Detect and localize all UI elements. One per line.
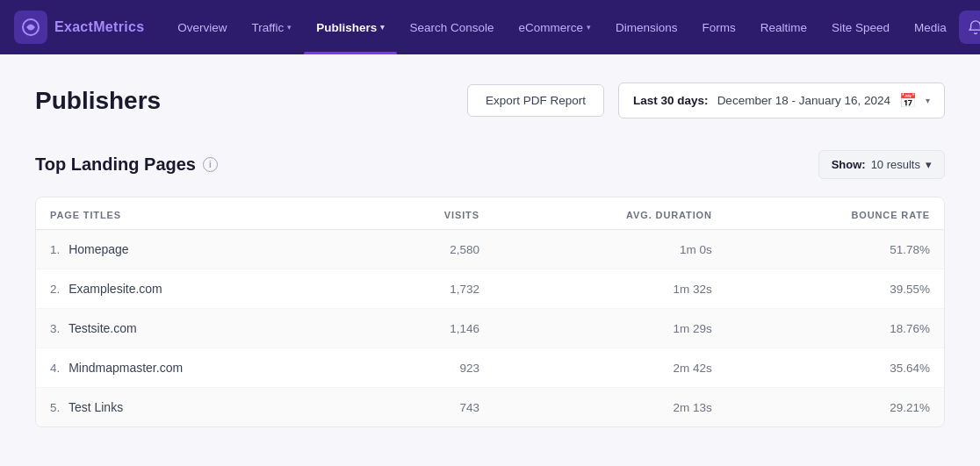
notification-bell[interactable]: 5 [959, 11, 980, 44]
cell-visits: 743 [364, 388, 494, 427]
row-number: 3. [50, 322, 65, 335]
cell-avg-duration: 1m 32s [494, 269, 726, 309]
col-page-titles: Page Titles [36, 197, 364, 230]
page-title-cell: Testsite.com [68, 321, 137, 335]
cell-bounce-rate: 29.21% [726, 388, 944, 427]
main-content: Publishers Export PDF Report Last 30 day… [0, 54, 980, 445]
export-pdf-button[interactable]: Export PDF Report [467, 84, 604, 117]
table-row: 3. Testsite.com 1,146 1m 29s 18.76% [36, 309, 944, 348]
table-row: 4. Mindmapmaster.com 923 2m 42s 35.64% [36, 348, 944, 388]
nav-item-search-console[interactable]: Search Console [397, 0, 506, 54]
date-range-button[interactable]: Last 30 days: December 18 - January 16, … [618, 82, 945, 118]
chevron-down-icon: ▾ [926, 158, 932, 171]
date-label: Last 30 days: [633, 94, 709, 107]
logo-text: ExactMetrics [54, 19, 144, 35]
chevron-icon: ▾ [380, 23, 385, 32]
nav-item-dimensions[interactable]: Dimensions [603, 0, 690, 54]
navbar: ExactMetrics Overview Traffic▾ Publisher… [0, 0, 980, 54]
cell-avg-duration: 2m 42s [494, 348, 726, 388]
cell-visits: 1,146 [364, 309, 494, 348]
nav-item-realtime[interactable]: Realtime [748, 0, 819, 54]
page-header: Publishers Export PDF Report Last 30 day… [35, 82, 945, 118]
page-title-cell: Mindmapmaster.com [68, 361, 183, 375]
page-title-cell: Test Links [68, 400, 123, 414]
nav-item-forms[interactable]: Forms [690, 0, 748, 54]
col-visits: Visits [364, 197, 494, 230]
nav-item-publishers[interactable]: Publishers▾ [304, 0, 397, 54]
chevron-down-icon: ▾ [926, 96, 930, 105]
cell-page: 5. Test Links [36, 388, 364, 427]
cell-bounce-rate: 39.55% [726, 269, 944, 309]
cell-avg-duration: 2m 13s [494, 388, 726, 427]
row-number: 4. [50, 362, 65, 375]
show-value: 10 results [871, 158, 920, 171]
show-results-button[interactable]: Show: 10 results ▾ [818, 150, 945, 179]
cell-avg-duration: 1m 0s [494, 230, 726, 269]
cell-visits: 2,580 [364, 230, 494, 269]
nav-item-traffic[interactable]: Traffic▾ [240, 0, 305, 54]
nav-items: Overview Traffic▾ Publishers▾ Search Con… [165, 0, 959, 54]
nav-right: 5 [959, 11, 980, 44]
cell-page: 4. Mindmapmaster.com [36, 348, 364, 388]
calendar-icon: 📅 [899, 92, 917, 109]
logo-icon [14, 11, 47, 44]
chevron-icon: ▾ [587, 23, 591, 32]
row-number: 1. [50, 243, 65, 256]
page-title-cell: Homepage [68, 242, 129, 256]
nav-logo[interactable]: ExactMetrics [14, 11, 144, 44]
cell-visits: 923 [364, 348, 494, 388]
nav-item-site-speed[interactable]: Site Speed [819, 0, 902, 54]
cell-avg-duration: 1m 29s [494, 309, 726, 348]
cell-page: 1. Homepage [36, 230, 364, 269]
table-row: 5. Test Links 743 2m 13s 29.21% [36, 388, 944, 427]
page-title-cell: Examplesite.com [68, 282, 162, 296]
row-number: 2. [50, 283, 65, 296]
section-title: Top Landing Pages i [35, 154, 218, 175]
cell-page: 2. Examplesite.com [36, 269, 364, 309]
info-icon[interactable]: i [203, 157, 218, 172]
table-row: 2. Examplesite.com 1,732 1m 32s 39.55% [36, 269, 944, 309]
cell-bounce-rate: 18.76% [726, 309, 944, 348]
nav-item-ecommerce[interactable]: eCommerce▾ [506, 0, 603, 54]
page-title: Publishers [35, 87, 453, 115]
row-number: 5. [50, 401, 65, 414]
section-header: Top Landing Pages i Show: 10 results ▾ [35, 150, 945, 179]
show-label: Show: [832, 158, 866, 171]
cell-bounce-rate: 35.64% [726, 348, 944, 388]
cell-bounce-rate: 51.78% [726, 230, 944, 269]
date-range-text: December 18 - January 16, 2024 [717, 94, 890, 107]
chevron-icon: ▾ [287, 23, 292, 32]
cell-page: 3. Testsite.com [36, 309, 364, 348]
col-bounce-rate: Bounce Rate [726, 197, 944, 230]
landing-pages-table: Page Titles Visits Avg. Duration Bounce … [35, 197, 945, 427]
col-avg-duration: Avg. Duration [494, 197, 726, 230]
nav-item-overview[interactable]: Overview [165, 0, 239, 54]
cell-visits: 1,732 [364, 269, 494, 309]
table-header-row: Page Titles Visits Avg. Duration Bounce … [36, 197, 944, 230]
nav-item-media[interactable]: Media [902, 0, 959, 54]
table-row: 1. Homepage 2,580 1m 0s 51.78% [36, 230, 944, 269]
